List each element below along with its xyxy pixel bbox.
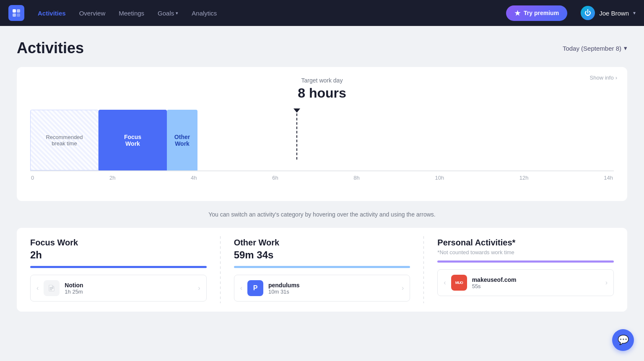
x-axis: 0 2h 4h 6h 8h 10h 12h 14h xyxy=(30,175,614,181)
focus-work-value: 2h xyxy=(30,249,207,261)
x-axis-10h: 10h xyxy=(435,175,444,181)
page-content: Activities Today (September 8) ▾ Show in… xyxy=(0,26,644,325)
goals-chevron-icon: ▾ xyxy=(176,10,178,16)
bar-other: Other Work xyxy=(167,110,197,170)
other-work-title: Other Work xyxy=(234,238,410,248)
nav-activities[interactable]: Activities xyxy=(38,10,66,17)
notion-name: Notion xyxy=(65,282,193,289)
x-axis-14h: 14h xyxy=(604,175,613,181)
stat-focus-work: Focus Work 2h ‹ Notion 1h 25m › xyxy=(17,228,220,312)
activity-prev-arrow[interactable]: ‹ xyxy=(36,284,39,292)
muo-activity-info: makeuseof.com 55s xyxy=(472,276,600,289)
bar-focus: Focus Work xyxy=(99,110,167,170)
target-line xyxy=(296,113,297,160)
stats-row: Focus Work 2h ‹ Notion 1h 25m › xyxy=(17,228,627,312)
user-chevron-icon: ▾ xyxy=(633,10,636,16)
muo-time: 55s xyxy=(472,283,600,289)
page-header: Activities Today (September 8) ▾ xyxy=(17,39,627,57)
chart-card: Show info › Target work day 8 hours Reco… xyxy=(17,67,627,201)
muo-icon: MUO xyxy=(451,275,467,291)
try-premium-button[interactable]: ★ Try premium xyxy=(506,5,567,21)
pendulums-navigate-icon[interactable]: › xyxy=(402,284,404,292)
main-nav: Activities Overview Meetings Goals ▾ Ana… xyxy=(0,0,644,26)
other-work-value: 59m 34s xyxy=(234,249,410,261)
bar-other-label: Other Work xyxy=(174,134,190,147)
target-value: 8 hours xyxy=(30,85,614,101)
pendulums-activity-item[interactable]: ‹ P pendulums 10m 31s › xyxy=(234,275,410,302)
muo-name: makeuseof.com xyxy=(472,276,600,283)
x-axis-4h: 4h xyxy=(191,175,197,181)
stat-personal: Personal Activities* *Not counted toward… xyxy=(424,228,627,312)
notion-activity-info: Notion 1h 25m xyxy=(65,282,193,295)
x-axis-0: 0 xyxy=(31,175,34,181)
personal-subtitle: *Not counted towards work time xyxy=(437,249,614,255)
pendulums-time: 10m 31s xyxy=(268,289,397,295)
x-axis-12h: 12h xyxy=(519,175,529,181)
x-axis-2h: 2h xyxy=(109,175,115,181)
timeline-chart: Recommended break time Focus Work xyxy=(30,108,614,193)
logo[interactable] xyxy=(8,5,24,21)
chat-button[interactable]: 💬 xyxy=(612,329,634,351)
other-work-bar xyxy=(234,266,410,268)
target-arrow-icon xyxy=(293,108,300,113)
personal-title: Personal Activities* xyxy=(437,238,614,248)
date-selector[interactable]: Today (September 8) ▾ xyxy=(563,44,627,52)
nav-overview[interactable]: Overview xyxy=(79,10,106,17)
nav-analytics[interactable]: Analytics xyxy=(192,10,217,17)
bar-recommended-label: Recommended break time xyxy=(46,134,83,147)
show-info-arrow-icon: › xyxy=(615,75,617,81)
muo-prev-arrow[interactable]: ‹ xyxy=(444,279,446,286)
star-icon: ★ xyxy=(514,9,520,17)
svg-rect-1 xyxy=(17,9,20,13)
pendulums-icon: P xyxy=(247,280,263,296)
stat-other-work: Other Work 59m 34s ‹ P pendulums 10m 31s… xyxy=(221,228,424,312)
pendulums-name: pendulums xyxy=(268,282,397,289)
notion-time: 1h 25m xyxy=(65,289,193,295)
pendulums-prev-arrow[interactable]: ‹ xyxy=(240,284,242,292)
user-name: Joe Brown xyxy=(599,10,629,17)
target-label: Target work day xyxy=(30,77,614,84)
pendulums-activity-info: pendulums 10m 31s xyxy=(268,282,397,295)
user-avatar: ⏻ xyxy=(581,6,595,20)
focus-work-title: Focus Work xyxy=(30,238,207,248)
muo-activity-item[interactable]: ‹ MUO makeuseof.com 55s › xyxy=(437,269,614,296)
notion-navigate-icon[interactable]: › xyxy=(198,284,200,292)
nav-meetings[interactable]: Meetings xyxy=(119,10,144,17)
focus-work-bar xyxy=(30,266,207,268)
personal-bar xyxy=(437,260,614,263)
bar-focus-label: Focus Work xyxy=(124,134,141,147)
user-menu[interactable]: ⏻ Joe Brown ▾ xyxy=(581,6,636,20)
bar-recommended: Recommended break time xyxy=(30,110,99,170)
hint-text: You can switch an activity's category by… xyxy=(17,211,627,218)
nav-goals[interactable]: Goals ▾ xyxy=(158,10,178,17)
notion-icon xyxy=(44,280,60,296)
date-chevron-icon: ▾ xyxy=(624,44,627,52)
x-axis-6h: 6h xyxy=(272,175,278,181)
chat-icon: 💬 xyxy=(618,335,629,346)
timeline-bars: Recommended break time Focus Work xyxy=(30,108,614,171)
notion-activity-item[interactable]: ‹ Notion 1h 25m › xyxy=(30,275,207,302)
x-axis-8h: 8h xyxy=(353,175,359,181)
show-info-button[interactable]: Show info › xyxy=(590,75,617,81)
svg-rect-0 xyxy=(13,9,16,13)
page-title: Activities xyxy=(17,39,84,57)
svg-rect-3 xyxy=(17,13,20,17)
svg-rect-2 xyxy=(13,13,16,17)
muo-navigate-icon[interactable]: › xyxy=(605,279,608,286)
